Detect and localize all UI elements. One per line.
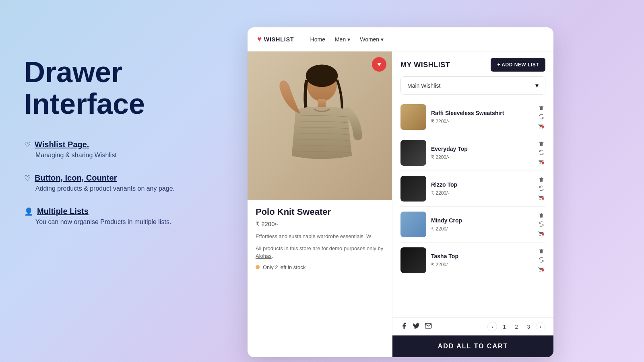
item-actions xyxy=(537,247,545,273)
delete-item-button[interactable] xyxy=(538,176,545,183)
wishlist-heart-button[interactable]: ♥ xyxy=(372,57,386,72)
feature-button: ♡ Button, Icon, Counter Adding products … xyxy=(24,173,225,192)
stock-dot xyxy=(256,265,260,269)
svg-point-7 xyxy=(542,161,545,164)
product-image xyxy=(248,51,392,200)
feature-wishlist-desc: Managing & sharing Wishlist xyxy=(35,152,225,159)
refresh-item-button[interactable] xyxy=(538,220,545,228)
dropdown-chevron-icon: ▾ xyxy=(535,82,539,89)
email-icon[interactable] xyxy=(425,322,432,331)
pagination-page-2[interactable]: 2 xyxy=(512,322,521,331)
add-to-cart-item-button[interactable] xyxy=(537,229,545,237)
logo-text: WISHLIST xyxy=(264,36,294,43)
delete-item-button[interactable] xyxy=(538,212,545,219)
feature-wishlist: ♡ Wishlist Page. Managing & sharing Wish… xyxy=(24,140,225,159)
nav-links: Home Men ▾ Women ▾ xyxy=(310,36,384,43)
feature-lists-desc: You can now organise Products in multipl… xyxy=(35,218,225,226)
chevron-down-icon-2: ▾ xyxy=(381,36,384,43)
wishlist-list-dropdown[interactable]: Main Wishlist ▾ xyxy=(400,76,545,95)
feature-lists: 👤 Multiple Lists You can now organise Pr… xyxy=(24,207,225,226)
wishlist-item: Rizzo Top ₹ 2200/- xyxy=(400,171,545,207)
nav-men[interactable]: Men ▾ xyxy=(335,36,350,43)
svg-point-9 xyxy=(542,233,545,236)
product-price: ₹ 2200/- xyxy=(256,220,384,228)
user-icon: 👤 xyxy=(24,207,33,216)
nav-home[interactable]: Home xyxy=(310,36,325,43)
svg-point-10 xyxy=(542,269,545,272)
item-thumbnail xyxy=(400,176,426,202)
pagination-page-1[interactable]: 1 xyxy=(500,322,509,331)
product-image-container: ♥ xyxy=(248,51,392,200)
wishlist-item: Mindy Crop ₹ 2200/- xyxy=(400,207,545,243)
item-price: ₹ 2200/- xyxy=(431,226,533,232)
wishlist-item: Tasha Top ₹ 2200/- xyxy=(400,243,545,278)
wishlist-item: Everyday Top ₹ 2200/- xyxy=(400,135,545,171)
twitter-icon[interactable] xyxy=(413,322,420,331)
dropdown-label: Main Wishlist xyxy=(407,82,440,89)
add-to-cart-item-button[interactable]: + xyxy=(537,122,545,130)
stock-text: Only 2 left in stock xyxy=(263,264,305,270)
heart-icon-2: ♡ xyxy=(24,174,31,183)
add-to-cart-item-button[interactable] xyxy=(537,265,545,273)
item-thumbnail xyxy=(400,104,426,130)
left-panel: Drawer Interface ♡ Wishlist Page. Managi… xyxy=(24,56,225,240)
item-thumbnail xyxy=(400,212,426,237)
alohas-link[interactable]: Alohas xyxy=(256,253,272,259)
svg-point-8 xyxy=(542,197,545,200)
product-name: Polo Knit Sweater xyxy=(256,207,384,217)
item-actions xyxy=(537,140,545,166)
nav-women[interactable]: Women ▾ xyxy=(360,36,384,43)
pagination-page-3[interactable]: 3 xyxy=(524,322,533,331)
item-info: Raffi Sleeveless Sweatshirt ₹ 2200/- xyxy=(431,110,533,124)
feature-button-title[interactable]: Button, Icon, Counter xyxy=(35,173,117,183)
pagination: ‹ 1 2 3 › xyxy=(487,322,545,331)
wishlist-panel: MY WISHLIST + ADD NEW LIST Main Wishlist… xyxy=(392,51,553,357)
wishlist-item: Raffi Sleeveless Sweatshirt ₹ 2200/- + xyxy=(400,99,545,135)
product-info: Polo Knit Sweater ₹ 2200/- Effortless an… xyxy=(248,200,392,277)
nav-logo[interactable]: ♥ WISHLIST xyxy=(257,35,294,43)
add-all-to-cart-button[interactable]: ADD ALL TO CART xyxy=(392,335,553,357)
content-area: ♥ Polo Knit Sweater ₹ 2200/- Effortless … xyxy=(248,51,553,357)
headline: Drawer Interface xyxy=(24,56,225,120)
item-price: ₹ 2200/- xyxy=(431,154,533,160)
pagination-prev-button[interactable]: ‹ xyxy=(487,322,497,331)
add-to-cart-item-button[interactable] xyxy=(537,158,545,166)
item-name: Mindy Crop xyxy=(431,217,533,224)
nav-bar: ♥ WISHLIST Home Men ▾ Women ▾ xyxy=(248,27,553,51)
stock-indicator: Only 2 left in stock xyxy=(256,264,384,270)
item-info: Everyday Top ₹ 2200/- xyxy=(431,146,533,160)
logo-heart-icon: ♥ xyxy=(257,35,262,43)
wishlist-items-list: Raffi Sleeveless Sweatshirt ₹ 2200/- + xyxy=(392,99,553,317)
product-description: Effortless and sustainable wardrobe esse… xyxy=(256,232,384,241)
svg-text:+: + xyxy=(543,126,544,128)
svg-point-3 xyxy=(306,64,338,87)
item-name: Raffi Sleeveless Sweatshirt xyxy=(431,110,533,116)
item-info: Mindy Crop ₹ 2200/- xyxy=(431,217,533,232)
refresh-item-button[interactable] xyxy=(538,185,545,192)
refresh-item-button[interactable] xyxy=(538,256,545,263)
facebook-icon[interactable] xyxy=(400,322,408,331)
wishlist-footer: ‹ 1 2 3 › xyxy=(392,317,553,335)
item-info: Rizzo Top ₹ 2200/- xyxy=(431,181,533,196)
item-thumbnail xyxy=(400,247,426,273)
main-card: ♥ WISHLIST Home Men ▾ Women ▾ xyxy=(248,27,553,357)
item-actions xyxy=(537,176,545,202)
item-price: ₹ 2200/- xyxy=(431,262,533,267)
refresh-item-button[interactable] xyxy=(538,149,545,156)
item-actions: + xyxy=(537,104,545,130)
delete-item-button[interactable] xyxy=(538,104,545,111)
feature-lists-title[interactable]: Multiple Lists xyxy=(37,207,89,216)
delete-item-button[interactable] xyxy=(538,247,545,255)
pagination-next-button[interactable]: › xyxy=(536,322,545,331)
feature-wishlist-title[interactable]: Wishlist Page. xyxy=(35,140,89,149)
refresh-item-button[interactable] xyxy=(538,113,545,120)
add-to-cart-item-button[interactable] xyxy=(537,193,545,202)
product-section: ♥ Polo Knit Sweater ₹ 2200/- Effortless … xyxy=(248,51,392,357)
heart-icon: ♡ xyxy=(24,140,31,149)
delete-item-button[interactable] xyxy=(538,140,545,147)
item-actions xyxy=(537,212,545,237)
item-name: Tasha Top xyxy=(431,253,533,259)
product-footnote: All products in this store are for demo … xyxy=(256,245,384,260)
add-new-list-button[interactable]: + ADD NEW LIST xyxy=(491,58,545,72)
item-info: Tasha Top ₹ 2200/- xyxy=(431,253,533,267)
